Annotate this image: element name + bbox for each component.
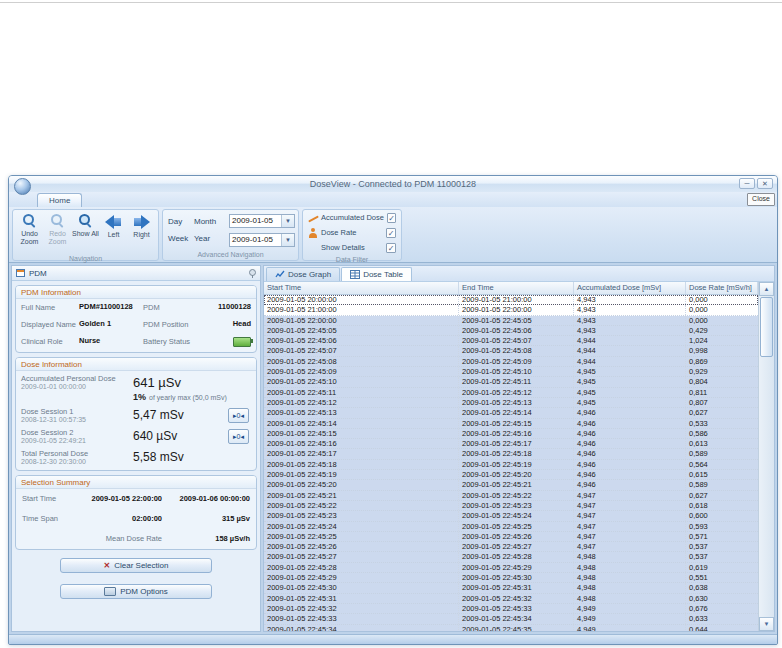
table-row[interactable]: 2009-01-05 21:00:00 2009-01-05 22:00:00 … <box>264 305 758 315</box>
table-row[interactable]: 2009-01-05 22:45:28 2009-01-05 22:45:29 … <box>264 563 758 573</box>
filter-show-details[interactable]: Show Details ✓ <box>308 242 396 253</box>
date-from-dropdown-icon[interactable]: ▼ <box>281 215 294 227</box>
dose-table: Start Time End Time Accumulated Dose [mS… <box>264 282 758 631</box>
minimize-button[interactable]: ─ <box>739 178 755 189</box>
table-row[interactable]: 2009-01-05 22:45:26 2009-01-05 22:45:27 … <box>264 542 758 552</box>
table-row[interactable]: 2009-01-05 22:45:09 2009-01-05 22:45:10 … <box>264 367 758 377</box>
table-row[interactable]: 2009-01-05 22:45:32 2009-01-05 22:45:33 … <box>264 604 758 614</box>
close-window-button[interactable]: ✕ <box>757 178 773 189</box>
cell-accumulated-dose: 4,946 <box>574 429 686 438</box>
column-header-dose-rate[interactable]: Dose Rate [mSv/h] <box>686 282 758 294</box>
table-row[interactable]: 2009-01-05 22:45:20 2009-01-05 22:45:21 … <box>264 480 758 490</box>
tab-dose-graph[interactable]: Dose Graph <box>266 267 340 281</box>
week-button[interactable]: Week <box>168 234 192 243</box>
cell-start-time: 2009-01-05 22:45:06 <box>264 336 459 345</box>
cell-end-time: 2009-01-05 22:45:15 <box>459 419 574 428</box>
cell-accumulated-dose: 4,944 <box>574 357 686 366</box>
table-row[interactable]: 2009-01-05 22:45:23 2009-01-05 22:45:24 … <box>264 511 758 521</box>
show-details-checkbox[interactable]: ✓ <box>386 243 396 253</box>
date-from-value: 2009-01-05 <box>230 215 281 227</box>
date-to-dropdown-icon[interactable]: ▼ <box>281 234 294 246</box>
table-row[interactable]: 2009-01-05 22:45:30 2009-01-05 22:45:31 … <box>264 583 758 593</box>
month-button[interactable]: Month <box>194 217 224 226</box>
table-row[interactable]: 2009-01-05 22:45:19 2009-01-05 22:45:20 … <box>264 470 758 480</box>
table-row[interactable]: 2009-01-05 22:45:13 2009-01-05 22:45:14 … <box>264 408 758 418</box>
table-row[interactable]: 2009-01-05 22:45:08 2009-01-05 22:45:09 … <box>264 357 758 367</box>
pin-icon[interactable] <box>248 268 256 278</box>
column-header-end-time[interactable]: End Time <box>459 282 574 294</box>
filter-dose-rate[interactable]: Dose Rate ✓ <box>308 227 396 238</box>
tab-dose-table[interactable]: Dose Table <box>341 267 412 281</box>
pdm-options-button[interactable]: PDM Options <box>60 584 212 599</box>
cell-start-time: 2009-01-05 22:45:25 <box>264 532 459 541</box>
table-row[interactable]: 2009-01-05 22:45:21 2009-01-05 22:45:22 … <box>264 491 758 501</box>
year-button[interactable]: Year <box>194 234 224 243</box>
table-row[interactable]: 2009-01-05 22:45:24 2009-01-05 22:45:25 … <box>264 522 758 532</box>
cell-start-time: 2009-01-05 22:45:20 <box>264 480 459 489</box>
table-row[interactable]: 2009-01-05 22:45:07 2009-01-05 22:45:08 … <box>264 346 758 356</box>
table-row[interactable]: 2009-01-05 22:45:29 2009-01-05 22:45:30 … <box>264 573 758 583</box>
ribbon-close-button[interactable]: Close <box>747 193 775 206</box>
cell-accumulated-dose: 4,948 <box>574 552 686 561</box>
column-header-accumulated-dose[interactable]: Accumulated Dose [mSv] <box>574 282 686 294</box>
left-button[interactable]: Left <box>100 211 127 253</box>
date-from-combo[interactable]: 2009-01-05 ▼ <box>229 214 295 228</box>
cell-start-time: 2009-01-05 22:45:14 <box>264 419 459 428</box>
cell-start-time: 2009-01-05 22:45:09 <box>264 367 459 376</box>
table-row[interactable]: 2009-01-05 22:45:22 2009-01-05 22:45:23 … <box>264 501 758 511</box>
right-button[interactable]: Right <box>128 211 155 253</box>
cell-dose-rate: 0,429 <box>686 326 758 335</box>
ribbon: Undo Zoom Redo Zoom Show All Left Right <box>9 207 777 263</box>
date-to-combo[interactable]: 2009-01-05 ▼ <box>229 233 295 247</box>
accumulated-dose-checkbox[interactable]: ✓ <box>387 213 396 223</box>
cell-dose-rate: 0,644 <box>686 625 758 632</box>
table-row[interactable]: 2009-01-05 22:45:17 2009-01-05 22:45:18 … <box>264 449 758 459</box>
table-row[interactable]: 2009-01-05 22:45:16 2009-01-05 22:45:17 … <box>264 439 758 449</box>
cell-accumulated-dose: 4,949 <box>574 604 686 613</box>
clear-selection-label: Clear Selection <box>114 561 168 570</box>
clear-selection-button[interactable]: ✕ Clear Selection <box>60 558 212 573</box>
title-bar[interactable]: DoseView - Connected to PDM 11000128 ─ ✕ <box>9 176 777 192</box>
reset-session-1-button[interactable]: ▸0◂ <box>228 408 249 423</box>
table-row[interactable]: 2009-01-05 22:45:11 2009-01-05 22:45:12 … <box>264 388 758 398</box>
dose-session-1-label: Dose Session 1 <box>21 407 133 416</box>
table-row[interactable]: 2009-01-05 20:00:00 2009-01-05 21:00:00 … <box>264 295 758 305</box>
cell-dose-rate: 0,998 <box>686 346 758 355</box>
cell-dose-rate: 0,586 <box>686 429 758 438</box>
vertical-scrollbar[interactable]: ▲ ▼ <box>758 282 774 631</box>
table-row[interactable]: 2009-01-05 22:45:34 2009-01-05 22:45:35 … <box>264 625 758 632</box>
reset-session-2-button[interactable]: ▸0◂ <box>228 429 249 444</box>
table-row[interactable]: 2009-01-05 22:45:25 2009-01-05 22:45:26 … <box>264 532 758 542</box>
scroll-down-icon[interactable]: ▼ <box>759 617 774 631</box>
show-all-button[interactable]: Show All <box>72 211 99 253</box>
scrollbar-thumb[interactable] <box>760 297 773 357</box>
cell-start-time: 2009-01-05 22:45:24 <box>264 522 459 531</box>
cell-end-time: 2009-01-05 22:45:34 <box>459 614 574 623</box>
dose-view-panel: Dose Graph Dose Table Start Time End Tim… <box>263 265 775 632</box>
table-row[interactable]: 2009-01-05 22:00:00 2009-01-05 22:45:05 … <box>264 316 758 326</box>
table-row[interactable]: 2009-01-05 22:45:33 2009-01-05 22:45:34 … <box>264 614 758 624</box>
table-row[interactable]: 2009-01-05 22:45:12 2009-01-05 22:45:13 … <box>264 398 758 408</box>
table-row[interactable]: 2009-01-05 22:45:18 2009-01-05 22:45:19 … <box>264 460 758 470</box>
undo-zoom-button[interactable]: Undo Zoom <box>16 211 43 253</box>
table-row[interactable]: 2009-01-05 22:45:05 2009-01-05 22:45:06 … <box>264 326 758 336</box>
app-orb-icon[interactable] <box>14 178 31 195</box>
scroll-up-icon[interactable]: ▲ <box>759 282 774 296</box>
table-row[interactable]: 2009-01-05 22:45:06 2009-01-05 22:45:07 … <box>264 336 758 346</box>
cell-end-time: 2009-01-05 22:45:25 <box>459 522 574 531</box>
cell-accumulated-dose: 4,945 <box>574 367 686 376</box>
cell-dose-rate: 0,630 <box>686 594 758 603</box>
filter-accumulated-dose[interactable]: Accumulated Dose ✓ <box>308 212 396 223</box>
cell-dose-rate: 0,000 <box>686 316 758 325</box>
dose-rate-checkbox[interactable]: ✓ <box>386 228 396 238</box>
scrollbar-track[interactable] <box>759 358 774 617</box>
table-row[interactable]: 2009-01-05 22:45:31 2009-01-05 22:45:32 … <box>264 594 758 604</box>
table-row[interactable]: 2009-01-05 22:45:10 2009-01-05 22:45:11 … <box>264 377 758 387</box>
table-row[interactable]: 2009-01-05 22:45:15 2009-01-05 22:45:16 … <box>264 429 758 439</box>
column-header-start-time[interactable]: Start Time <box>264 282 459 294</box>
day-button[interactable]: Day <box>168 217 192 226</box>
battery-status-label: Battery Status <box>143 337 199 346</box>
tab-home[interactable]: Home <box>37 193 82 207</box>
table-row[interactable]: 2009-01-05 22:45:14 2009-01-05 22:45:15 … <box>264 419 758 429</box>
table-row[interactable]: 2009-01-05 22:45:27 2009-01-05 22:45:28 … <box>264 552 758 562</box>
